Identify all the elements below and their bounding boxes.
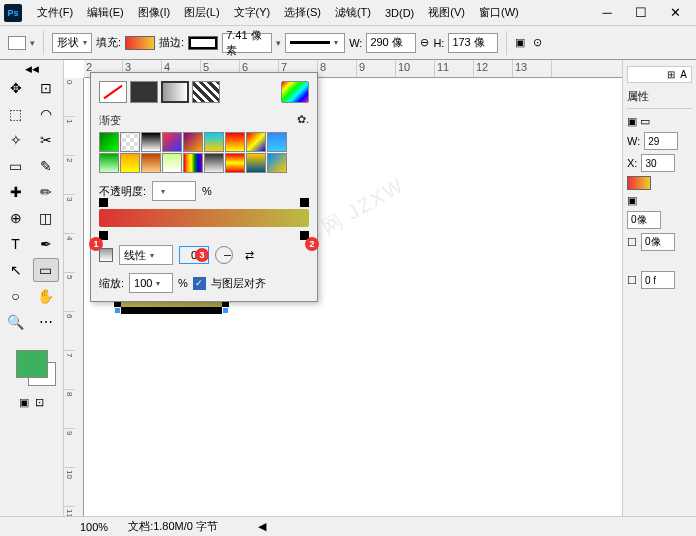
- scale-label: 缩放:: [99, 276, 124, 291]
- menu-edit[interactable]: 编辑(E): [80, 3, 131, 22]
- zoom-level[interactable]: 100%: [80, 521, 108, 533]
- gradient-opacity-stop[interactable]: [300, 198, 309, 207]
- tool-frame[interactable]: ▭: [3, 154, 29, 178]
- fg-color-swatch[interactable]: [16, 350, 48, 378]
- gradient-preset[interactable]: [246, 132, 266, 152]
- app-logo: Ps: [4, 4, 22, 22]
- fill-swatch[interactable]: [125, 36, 155, 50]
- gradient-preset[interactable]: [267, 153, 287, 173]
- tool-path[interactable]: ↖: [3, 258, 29, 282]
- opacity-input[interactable]: ▾: [152, 181, 196, 201]
- menu-window[interactable]: 窗口(W): [472, 3, 526, 22]
- panel-tab[interactable]: ⊞ A: [627, 66, 692, 83]
- align-label: 与图层对齐: [211, 276, 266, 291]
- gradient-preset[interactable]: [120, 132, 140, 152]
- search-icon[interactable]: ⊙: [533, 36, 542, 49]
- fill-gradient-button[interactable]: [161, 81, 189, 103]
- tool-type[interactable]: T: [3, 232, 29, 256]
- prop-w-input[interactable]: 29: [644, 132, 678, 150]
- tool-artboard[interactable]: ⊡: [33, 76, 59, 100]
- gradient-preset[interactable]: [162, 132, 182, 152]
- gradient-preset[interactable]: [267, 132, 287, 152]
- prop-fill-swatch[interactable]: [627, 176, 651, 190]
- gradient-preset[interactable]: [204, 132, 224, 152]
- angle-dial[interactable]: [215, 246, 233, 264]
- prop-x-input[interactable]: 30: [641, 154, 675, 172]
- tool-hand[interactable]: ✋: [33, 284, 59, 308]
- gradient-preset[interactable]: [141, 153, 161, 173]
- stroke-label: 描边:: [159, 35, 184, 50]
- align-icon[interactable]: ▣: [515, 36, 525, 49]
- selection-handle[interactable]: [114, 307, 121, 314]
- fill-solid-button[interactable]: [130, 81, 158, 103]
- fill-none-button[interactable]: [99, 81, 127, 103]
- stroke-swatch[interactable]: [188, 36, 218, 50]
- fill-options-popup: 渐变 ✿. 不透明度: ▾ % 1 2 线性▾ 0 3 ⇄ 缩放: 100▾ %…: [90, 72, 318, 302]
- minimize-button[interactable]: ─: [590, 2, 624, 24]
- scroll-left-icon[interactable]: ◀: [258, 520, 266, 533]
- menu-select[interactable]: 选择(S): [277, 3, 328, 22]
- shape-mode-combo[interactable]: 形状▾: [52, 33, 92, 53]
- fill-label: 填充:: [96, 35, 121, 50]
- screen-mode-icon[interactable]: ⊡: [35, 396, 44, 409]
- shape-preview[interactable]: [8, 36, 26, 50]
- tool-wand[interactable]: ✧: [3, 128, 29, 152]
- gradient-preset[interactable]: [162, 153, 182, 173]
- tool-pen[interactable]: ✒: [33, 232, 59, 256]
- align-checkbox[interactable]: ✓: [193, 277, 206, 290]
- menu-filter[interactable]: 滤镜(T): [328, 3, 378, 22]
- quick-mask-icon[interactable]: ▣: [19, 396, 29, 409]
- gradient-preset[interactable]: [141, 132, 161, 152]
- width-input[interactable]: 290 像: [366, 33, 416, 53]
- gradient-preset[interactable]: [204, 153, 224, 173]
- gradient-preset[interactable]: [183, 132, 203, 152]
- fill-pattern-button[interactable]: [192, 81, 220, 103]
- tool-move[interactable]: ✥: [3, 76, 29, 100]
- tool-rectangle[interactable]: ▭: [33, 258, 59, 282]
- tool-stamp[interactable]: ⊕: [3, 206, 29, 230]
- menu-file[interactable]: 文件(F): [30, 3, 80, 22]
- stroke-width-input[interactable]: 7.41 像素: [222, 33, 272, 53]
- tool-crop[interactable]: ✂: [33, 128, 59, 152]
- reverse-icon[interactable]: ⇄: [245, 249, 254, 262]
- selection-handle[interactable]: [222, 307, 229, 314]
- tool-heal[interactable]: ✚: [3, 180, 29, 204]
- gradient-type-combo[interactable]: 线性▾: [119, 245, 173, 265]
- gradient-preset[interactable]: [99, 153, 119, 173]
- menu-type[interactable]: 文字(Y): [227, 3, 278, 22]
- link-icon[interactable]: ⊖: [420, 36, 429, 49]
- stroke-style-combo[interactable]: ▾: [285, 33, 345, 53]
- gradient-preset[interactable]: [99, 132, 119, 152]
- gear-icon[interactable]: ✿.: [297, 113, 309, 128]
- color-picker-button[interactable]: [281, 81, 309, 103]
- properties-title: 属性: [627, 89, 692, 104]
- opacity-label: 不透明度:: [99, 184, 146, 199]
- tool-more[interactable]: ⋯: [33, 310, 59, 334]
- prop-corner-input[interactable]: 0像: [627, 211, 661, 229]
- gradient-preset[interactable]: [225, 153, 245, 173]
- close-button[interactable]: ✕: [658, 2, 692, 24]
- prop-corner-tl[interactable]: 0像: [641, 233, 675, 251]
- gradient-opacity-stop[interactable]: [99, 198, 108, 207]
- menu-image[interactable]: 图像(I): [131, 3, 177, 22]
- gradient-preset[interactable]: [225, 132, 245, 152]
- height-input[interactable]: 173 像: [448, 33, 498, 53]
- tool-zoom[interactable]: 🔍: [3, 310, 29, 334]
- maximize-button[interactable]: ☐: [624, 2, 658, 24]
- gradient-preset[interactable]: [246, 153, 266, 173]
- scale-input[interactable]: 100▾: [129, 273, 173, 293]
- gradient-preset[interactable]: [183, 153, 203, 173]
- menu-3d[interactable]: 3D(D): [378, 5, 421, 21]
- tool-ellipse[interactable]: ○: [3, 284, 29, 308]
- menu-layer[interactable]: 图层(L): [177, 3, 226, 22]
- tool-lasso[interactable]: ◠: [33, 102, 59, 126]
- tool-marquee[interactable]: ⬚: [3, 102, 29, 126]
- doc-info: 文档:1.80M/0 字节: [128, 519, 218, 534]
- tool-eyedropper[interactable]: ✎: [33, 154, 59, 178]
- gradient-preset[interactable]: [120, 153, 140, 173]
- gradient-editor-bar[interactable]: 1 2: [99, 209, 309, 227]
- tool-eraser[interactable]: ◫: [33, 206, 59, 230]
- tool-brush[interactable]: ✏: [33, 180, 59, 204]
- menu-view[interactable]: 视图(V): [421, 3, 472, 22]
- prop-corner-bl[interactable]: 0 f: [641, 271, 675, 289]
